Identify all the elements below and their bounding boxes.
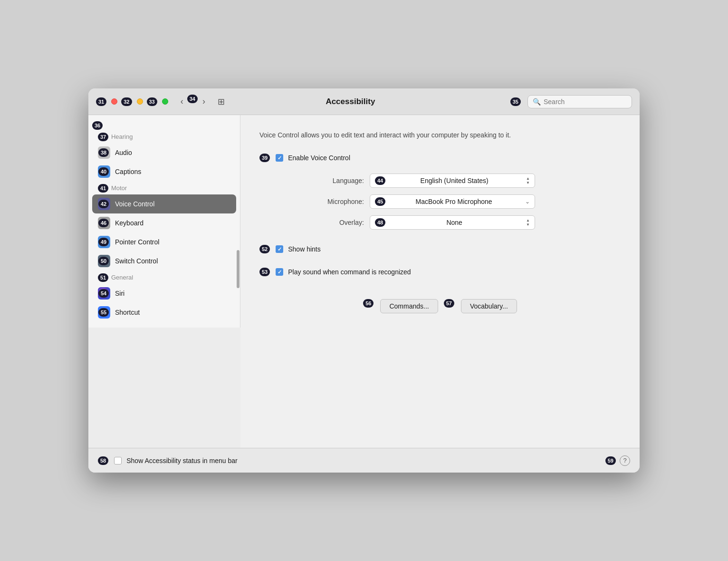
chevron-down-icon: ⌄ xyxy=(525,198,530,205)
settings-grid: Language: 44 English (United States) ▲ ▼… xyxy=(288,174,535,230)
voice-control-label: Voice Control xyxy=(115,200,154,208)
microphone-label: Microphone: xyxy=(288,194,364,209)
content-area: 36 37 Hearing 38 Audio 40 Captions xyxy=(88,115,640,448)
play-sound-label: Play sound when command is recognized xyxy=(288,268,411,276)
sidebar-item-voice-control[interactable]: 42 Voice Control xyxy=(92,194,236,213)
sidebar-item-pointer-control[interactable]: 49 Pointer Control xyxy=(92,232,236,251)
badge-33: 33 xyxy=(147,97,157,106)
maximize-button[interactable] xyxy=(162,98,168,105)
badge-31: 31 xyxy=(96,97,106,106)
badge-53: 53 xyxy=(259,268,270,276)
show-hints-checkbox[interactable]: ✓ xyxy=(276,245,283,253)
badge-59: 59 xyxy=(605,456,616,465)
badge-50: 50 xyxy=(98,257,109,265)
pointer-control-icon: 49 xyxy=(98,236,110,248)
badge-41: 41 xyxy=(98,184,108,193)
down-arrow-icon: ▼ xyxy=(526,181,530,185)
language-label: Language: xyxy=(288,174,364,188)
overlay-select[interactable]: 48 None ▲ ▼ xyxy=(370,215,535,230)
up-arrow-icon: ▲ xyxy=(526,177,530,181)
badge-54: 54 xyxy=(98,289,109,298)
scrollbar-track[interactable] xyxy=(237,125,239,438)
badge-35: 35 xyxy=(510,97,521,106)
general-section-header: 51 General xyxy=(92,271,236,284)
badge-56: 56 xyxy=(363,299,374,308)
overlay-label: Overlay: xyxy=(288,215,364,230)
up-arrow-icon2: ▲ xyxy=(526,219,530,222)
play-sound-row: 53 ✓ Play sound when command is recogniz… xyxy=(259,268,621,276)
badge-46: 46 xyxy=(98,219,109,227)
hearing-section-header: 37 Hearing xyxy=(92,130,236,143)
down-arrow-icon2: ▼ xyxy=(526,223,530,227)
badge-40: 40 xyxy=(98,167,109,176)
language-select[interactable]: 44 English (United States) ▲ ▼ xyxy=(370,174,535,188)
badge-48: 48 xyxy=(375,218,385,227)
help-area: 59 ? xyxy=(605,455,630,466)
sidebar-item-switch-control[interactable]: 50 Switch Control xyxy=(92,251,236,271)
badge-39: 39 xyxy=(259,154,270,162)
minimize-button[interactable] xyxy=(137,98,143,105)
show-hints-label: Show hints xyxy=(288,245,320,253)
sidebar-item-shortcut[interactable]: 55 Shortcut xyxy=(92,303,236,322)
help-button[interactable]: ? xyxy=(620,455,630,466)
switch-control-icon: 50 xyxy=(98,255,110,267)
keyboard-label: Keyboard xyxy=(115,219,144,227)
overlay-arrows: ▲ ▼ xyxy=(526,219,530,227)
pointer-control-label: Pointer Control xyxy=(115,238,159,246)
captions-label: Captions xyxy=(115,168,141,175)
language-value: English (United States) xyxy=(421,177,489,184)
badge-52: 52 xyxy=(259,245,270,253)
sidebar-item-audio[interactable]: 38 Audio xyxy=(92,143,236,162)
language-arrows: ▲ ▼ xyxy=(526,177,530,185)
badge-49: 49 xyxy=(98,238,109,246)
sidebar-item-keyboard[interactable]: 46 Keyboard xyxy=(92,213,236,232)
badge-42: 42 xyxy=(98,200,109,208)
menu-bar-label: Show Accessibility status in menu bar xyxy=(126,457,237,464)
close-button[interactable] xyxy=(111,98,117,105)
enable-voice-control-row: 39 ✓ Enable Voice Control xyxy=(259,154,621,162)
enable-voice-control-checkbox[interactable]: ✓ xyxy=(276,154,283,162)
audio-icon: 38 xyxy=(98,146,110,159)
search-input[interactable] xyxy=(544,98,627,106)
titlebar-title: Accessibility xyxy=(196,97,505,106)
vocabulary-button[interactable]: Vocabulary... xyxy=(461,299,517,313)
badge-44: 44 xyxy=(375,176,385,185)
main-panel: Voice Control allows you to edit text an… xyxy=(240,115,640,448)
microphone-value: MacBook Pro Microphone xyxy=(416,198,492,205)
bottom-buttons: 56 Commands... 57 Vocabulary... xyxy=(259,299,621,313)
sidebar-item-siri[interactable]: 54 Siri xyxy=(92,284,236,303)
badge-58: 58 xyxy=(98,456,108,465)
badge-57: 57 xyxy=(444,299,454,308)
bottom-bar: 58 Show Accessibility status in menu bar… xyxy=(88,448,640,473)
badge-51: 51 xyxy=(98,273,108,282)
titlebar: 31 32 33 ‹ 34 › ⊞ Accessibility 35 🔍 xyxy=(88,88,640,115)
menu-bar-checkbox[interactable] xyxy=(114,457,122,464)
back-button[interactable]: ‹ xyxy=(178,95,186,108)
enable-voice-control-label: Enable Voice Control xyxy=(288,154,350,162)
traffic-lights: 31 32 33 xyxy=(96,97,168,106)
search-icon: 🔍 xyxy=(533,98,541,106)
keyboard-icon: 46 xyxy=(98,217,110,229)
play-sound-checkbox[interactable]: ✓ xyxy=(276,268,283,276)
sidebar: 36 37 Hearing 38 Audio 40 Captions xyxy=(88,115,240,328)
shortcut-icon: 55 xyxy=(98,306,110,319)
voice-control-icon: 42 xyxy=(98,198,110,210)
scrollbar-thumb[interactable] xyxy=(237,250,239,288)
checkmark-icon: ✓ xyxy=(278,155,282,161)
siri-icon: 54 xyxy=(98,287,110,300)
hint-options: 52 ✓ Show hints 53 ✓ Play sound when com… xyxy=(259,245,621,286)
captions-icon: 40 xyxy=(98,165,110,178)
switch-control-label: Switch Control xyxy=(115,257,158,265)
badge-55: 55 xyxy=(98,308,109,317)
badge-38: 38 xyxy=(98,148,109,157)
sidebar-item-captions[interactable]: 40 Captions xyxy=(92,162,236,181)
badge-36: 36 xyxy=(92,121,103,130)
siri-label: Siri xyxy=(115,290,125,297)
commands-button[interactable]: Commands... xyxy=(380,299,438,313)
badge-32: 32 xyxy=(121,97,132,106)
show-hints-row: 52 ✓ Show hints xyxy=(259,245,621,253)
badge-37: 37 xyxy=(98,133,108,141)
microphone-select[interactable]: 45 MacBook Pro Microphone ⌄ xyxy=(370,194,535,209)
status-left: 58 Show Accessibility status in menu bar xyxy=(98,456,238,465)
checkmark-icon2: ✓ xyxy=(278,246,282,252)
